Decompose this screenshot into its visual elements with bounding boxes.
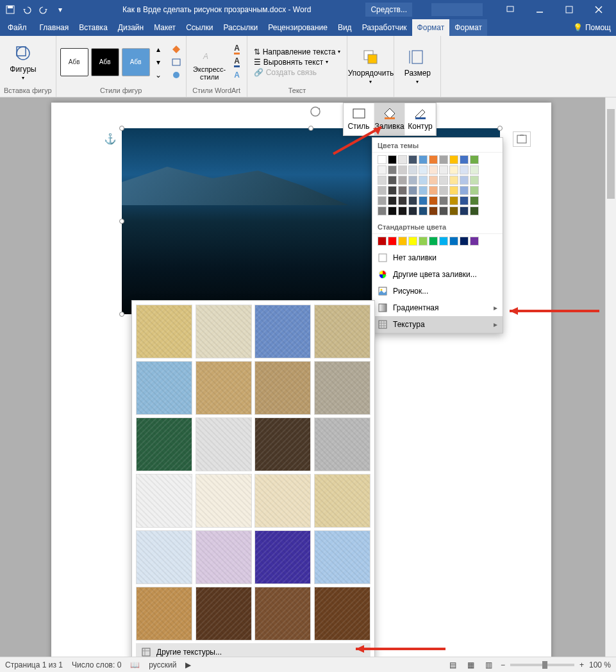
spell-check-icon[interactable]: 📖 (130, 660, 140, 669)
texture-swatch[interactable] (254, 361, 311, 415)
tab-view[interactable]: Вид (333, 19, 357, 36)
color-swatch[interactable] (449, 196, 458, 205)
color-swatch[interactable] (470, 237, 479, 246)
color-swatch[interactable] (439, 186, 448, 195)
color-swatch[interactable] (398, 196, 407, 205)
shape-style-gallery[interactable]: Абв Абв Абв ▴ ▾ ⌄ (60, 44, 164, 81)
color-swatch[interactable] (388, 196, 397, 205)
mini-outline-button[interactable]: Контур (405, 103, 436, 135)
color-swatch[interactable] (388, 155, 397, 164)
tab-file[interactable]: Файл (0, 19, 35, 36)
color-swatch[interactable] (378, 176, 387, 185)
color-swatch[interactable] (408, 176, 417, 185)
color-swatch[interactable] (408, 206, 417, 215)
texture-swatch[interactable] (254, 530, 311, 584)
texture-swatch[interactable] (196, 417, 252, 471)
texture-swatch[interactable] (196, 530, 252, 584)
mini-style-button[interactable]: Стиль (344, 103, 374, 135)
color-swatch[interactable] (449, 176, 458, 185)
color-swatch[interactable] (429, 155, 438, 164)
close-button[interactable] (584, 1, 613, 19)
color-swatch[interactable] (439, 196, 448, 205)
color-swatch[interactable] (429, 186, 438, 195)
color-swatch[interactable] (470, 165, 479, 174)
text-effects-button[interactable]: A (231, 69, 243, 81)
color-swatch[interactable] (419, 165, 428, 174)
texture-swatch[interactable] (136, 587, 192, 641)
color-swatch[interactable] (388, 206, 397, 215)
page-indicator[interactable]: Страница 1 из 1 (5, 660, 63, 669)
tab-format-1[interactable]: Формат (412, 19, 450, 36)
texture-swatch[interactable] (314, 417, 370, 471)
tell-me[interactable]: 💡Помощ (568, 23, 616, 32)
color-swatch[interactable] (460, 165, 469, 174)
word-count[interactable]: Число слов: 0 (72, 660, 121, 669)
texture-swatch[interactable] (254, 474, 311, 528)
shape-fill-button[interactable] (171, 44, 182, 55)
color-swatch[interactable] (388, 176, 397, 185)
texture-swatch[interactable] (196, 474, 252, 528)
color-swatch[interactable] (460, 196, 469, 205)
color-swatch[interactable] (449, 165, 458, 174)
color-swatch[interactable] (419, 206, 428, 215)
color-swatch[interactable] (388, 165, 397, 174)
picture-fill-item[interactable]: Рисунок... (372, 283, 503, 299)
texture-swatch[interactable] (254, 305, 311, 358)
color-swatch[interactable] (429, 165, 438, 174)
gallery-up-icon[interactable]: ▴ (153, 44, 164, 55)
color-swatch[interactable] (460, 237, 469, 246)
gradient-fill-item[interactable]: Градиентная▸ (372, 299, 503, 316)
color-swatch[interactable] (429, 206, 438, 215)
zoom-slider[interactable] (510, 664, 574, 666)
color-swatch[interactable] (398, 176, 407, 185)
zoom-level[interactable]: 100 % (589, 660, 611, 669)
text-fill-button[interactable]: A (231, 44, 243, 55)
texture-swatch[interactable] (136, 417, 192, 471)
qat-customize-icon[interactable]: ▾ (53, 2, 68, 17)
texture-fill-item[interactable]: Текстура▸ (372, 316, 503, 333)
color-swatch[interactable] (460, 206, 469, 215)
texture-swatch[interactable] (314, 530, 370, 584)
texture-swatch[interactable] (314, 474, 370, 528)
color-swatch[interactable] (419, 196, 428, 205)
color-swatch[interactable] (398, 165, 407, 174)
color-swatch[interactable] (398, 237, 407, 246)
account-area[interactable] (431, 3, 483, 16)
color-swatch[interactable] (388, 237, 397, 246)
color-swatch[interactable] (419, 155, 428, 164)
color-swatch[interactable] (470, 206, 479, 215)
create-link-button[interactable]: 🔗Создать связь (254, 68, 341, 77)
style-preset-3[interactable]: Абв (122, 48, 150, 76)
vertical-scrollbar[interactable] (605, 97, 616, 657)
undo-button[interactable] (19, 2, 35, 17)
shape-effects-button[interactable] (171, 69, 182, 81)
color-swatch[interactable] (429, 237, 438, 246)
maximize-button[interactable] (554, 1, 584, 19)
resize-handle[interactable] (119, 219, 124, 224)
tab-design[interactable]: Дизайн (113, 19, 149, 36)
color-swatch[interactable] (470, 196, 479, 205)
color-swatch[interactable] (419, 176, 428, 185)
redo-button[interactable] (36, 2, 51, 17)
texture-swatch[interactable] (314, 361, 370, 415)
size-button[interactable]: Размер▾ (398, 42, 437, 90)
style-preset-1[interactable]: Абв (60, 48, 88, 76)
gallery-down-icon[interactable]: ▾ (153, 56, 164, 68)
texture-swatch[interactable] (314, 305, 370, 358)
color-swatch[interactable] (449, 206, 458, 215)
texture-swatch[interactable] (136, 474, 192, 528)
tab-references[interactable]: Ссылки (181, 19, 218, 36)
color-swatch[interactable] (408, 237, 417, 246)
color-swatch[interactable] (408, 196, 417, 205)
save-button[interactable] (3, 2, 18, 17)
color-swatch[interactable] (470, 176, 479, 185)
web-layout-button[interactable]: ▥ (483, 659, 495, 671)
tab-layout[interactable]: Макет (149, 19, 181, 36)
color-swatch[interactable] (378, 237, 387, 246)
color-swatch[interactable] (470, 155, 479, 164)
texture-swatch[interactable] (136, 530, 192, 584)
color-swatch[interactable] (378, 165, 387, 174)
tab-review[interactable]: Рецензирование (263, 19, 333, 36)
color-swatch[interactable] (398, 155, 407, 164)
layout-options-button[interactable] (513, 131, 531, 147)
